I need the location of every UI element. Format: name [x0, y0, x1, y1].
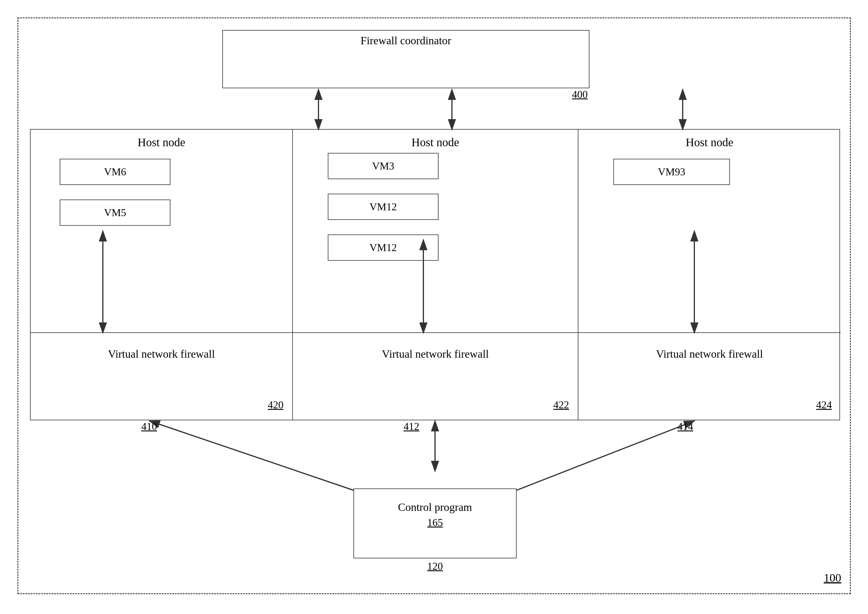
host-node-2-label: Host node [293, 135, 578, 149]
host-ref-414: 414 [677, 420, 693, 433]
host-node-2: Host node VM3 VM12 VM12 Virtual network … [293, 130, 578, 420]
vm6-label: VM6 [104, 166, 126, 178]
host-ref-410: 410 [141, 420, 157, 433]
vnf-ref-420: 420 [268, 399, 284, 411]
control-program-box: Control program 165 120 [353, 488, 517, 558]
svg-line-8 [149, 421, 353, 490]
vm3-label: VM3 [372, 160, 394, 172]
vnf-box-1: Virtual network firewall 420 [31, 332, 292, 420]
host-node-3: Host node VM93 Virtual network firewall … [578, 130, 841, 420]
host-ref-412: 412 [404, 420, 419, 433]
vm5-label: VM5 [104, 207, 126, 219]
host-node-1: Host node VM6 VM5 Virtual network firewa… [31, 130, 293, 420]
ref-100: 100 [824, 571, 841, 585]
vm5-box: VM5 [60, 200, 171, 226]
firewall-coordinator-box: Firewall coordinator 400 [222, 30, 590, 88]
ctrl-ref-165: 165 [354, 516, 516, 529]
vnf-label-1: Virtual network firewall [31, 347, 292, 360]
vnf-ref-422: 422 [553, 399, 569, 411]
vnf-box-2: Virtual network firewall 422 [293, 332, 578, 420]
host-node-1-label: Host node [31, 135, 292, 149]
vm12b-box: VM12 [328, 234, 438, 261]
diagram-container: Firewall coordinator 400 Host node VM6 V… [17, 17, 851, 594]
firewall-coordinator-label: Firewall coordinator [223, 34, 589, 47]
vm93-box: VM93 [613, 159, 730, 185]
host-node-3-label: Host node [578, 135, 841, 149]
vnf-label-3: Virtual network firewall [578, 347, 841, 360]
svg-line-10 [517, 421, 694, 490]
vnf-box-3: Virtual network firewall 424 [578, 332, 841, 420]
vm93-label: VM93 [658, 166, 685, 178]
vm12a-box: VM12 [328, 194, 438, 220]
vm3-box: VM3 [328, 153, 438, 179]
ref-400: 400 [572, 88, 588, 101]
vnf-ref-424: 424 [816, 399, 832, 411]
vm12a-label: VM12 [370, 201, 397, 212]
host-nodes-container: Host node VM6 VM5 Virtual network firewa… [30, 129, 840, 420]
control-program-label: Control program [354, 489, 516, 513]
vm6-box: VM6 [60, 159, 171, 185]
vm12b-label: VM12 [370, 242, 397, 253]
vnf-label-2: Virtual network firewall [293, 347, 578, 360]
ctrl-ref-120: 120 [354, 560, 516, 572]
